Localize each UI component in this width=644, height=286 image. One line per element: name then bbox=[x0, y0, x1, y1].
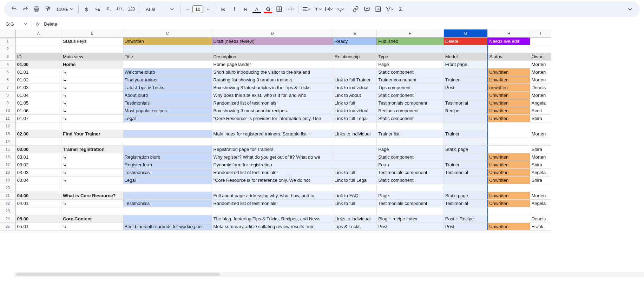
cell[interactable]: ↳ bbox=[61, 84, 123, 91]
col-header-B[interactable]: B bbox=[61, 29, 123, 37]
cell[interactable]: Testimonials component bbox=[377, 168, 444, 176]
row-header[interactable]: 19 bbox=[0, 176, 15, 184]
percent-button[interactable]: % bbox=[93, 4, 103, 14]
cell[interactable]: Link to individual bbox=[333, 107, 376, 114]
cell[interactable] bbox=[488, 184, 530, 192]
cell[interactable]: Rotating list showing 3 random trainers. bbox=[212, 76, 333, 84]
cell[interactable] bbox=[377, 122, 444, 130]
cell[interactable] bbox=[15, 122, 61, 130]
row-header[interactable]: 7 bbox=[0, 84, 15, 91]
cell[interactable]: Link to full bbox=[333, 199, 376, 207]
cell[interactable]: Unwritten bbox=[488, 76, 530, 84]
col-header-C[interactable]: C bbox=[123, 29, 212, 37]
scrollbar-thumb[interactable] bbox=[16, 273, 220, 276]
cell[interactable]: Morten bbox=[530, 68, 551, 76]
cell[interactable]: Tips component bbox=[377, 84, 444, 91]
cell[interactable]: 03.01 bbox=[15, 153, 61, 161]
row-header[interactable]: 20 bbox=[0, 184, 15, 192]
cell[interactable] bbox=[61, 122, 123, 130]
insert-comment-button[interactable] bbox=[362, 4, 372, 14]
cell[interactable] bbox=[488, 122, 530, 130]
row-header[interactable]: 18 bbox=[0, 168, 15, 176]
cell[interactable]: ↳ bbox=[61, 222, 123, 230]
cell[interactable]: 01.04 bbox=[15, 91, 61, 99]
col-header-G[interactable]: G bbox=[443, 29, 487, 37]
horizontal-align-button[interactable] bbox=[301, 4, 311, 14]
borders-button[interactable] bbox=[274, 4, 284, 14]
cell[interactable]: Description bbox=[212, 53, 333, 60]
row-header[interactable]: 16 bbox=[0, 153, 15, 161]
cell[interactable] bbox=[123, 184, 212, 192]
col-header-A[interactable]: A bbox=[15, 29, 61, 37]
cell[interactable]: Page bbox=[377, 192, 444, 199]
cell[interactable]: Dennis bbox=[530, 215, 551, 222]
cell[interactable] bbox=[333, 45, 376, 53]
cell[interactable] bbox=[530, 45, 551, 53]
horizontal-scrollbar[interactable] bbox=[14, 272, 644, 277]
cell[interactable]: Scott bbox=[530, 107, 551, 114]
cell[interactable]: Home bbox=[61, 60, 123, 68]
cell[interactable] bbox=[443, 114, 487, 122]
cell[interactable]: Static page bbox=[443, 145, 487, 153]
cell[interactable]: Static component bbox=[377, 176, 444, 184]
increase-decimal-button[interactable]: .00→ bbox=[115, 4, 125, 14]
cell[interactable]: 02.00 bbox=[15, 130, 61, 138]
cell[interactable] bbox=[488, 130, 530, 138]
cell[interactable]: Angela bbox=[530, 199, 551, 207]
cell[interactable]: Post + Recipe bbox=[443, 215, 487, 222]
cell[interactable]: 03.02 bbox=[15, 161, 61, 168]
italic-button[interactable]: I bbox=[229, 4, 239, 14]
cell[interactable]: Core Content bbox=[61, 215, 123, 222]
cell[interactable]: Legal bbox=[123, 176, 212, 184]
cell[interactable]: Status keys bbox=[61, 37, 123, 45]
cell[interactable]: About blurb bbox=[123, 91, 212, 99]
toolbar-overflow-button[interactable] bbox=[625, 4, 635, 14]
cell[interactable] bbox=[333, 145, 376, 153]
cell[interactable]: Title bbox=[123, 53, 212, 60]
cell[interactable]: Shira bbox=[530, 145, 551, 153]
col-header-H[interactable]: H bbox=[488, 29, 530, 37]
cell[interactable]: Links to individual bbox=[333, 130, 376, 138]
more-formats-button[interactable]: 123 bbox=[126, 4, 136, 14]
font-size-input[interactable] bbox=[192, 5, 203, 13]
cell[interactable]: 03.03 bbox=[15, 168, 61, 176]
cell[interactable] bbox=[443, 207, 487, 215]
print-button[interactable] bbox=[32, 4, 41, 14]
cell[interactable]: Unwritten bbox=[488, 222, 530, 230]
cell[interactable]: Registration page for Trainers bbox=[212, 145, 333, 153]
cell[interactable] bbox=[488, 215, 530, 222]
cell[interactable]: 04.00 bbox=[15, 192, 61, 199]
cell[interactable]: Link to full Trainer bbox=[333, 76, 376, 84]
cell[interactable] bbox=[333, 68, 376, 76]
cell[interactable] bbox=[61, 184, 123, 192]
row-header[interactable]: 17 bbox=[0, 161, 15, 168]
cell[interactable]: Find Your Trainer bbox=[61, 130, 123, 138]
cell[interactable]: 05.01 bbox=[15, 222, 61, 230]
cell[interactable]: Ready bbox=[333, 37, 376, 45]
cell[interactable] bbox=[488, 45, 530, 53]
cell[interactable]: Status bbox=[488, 53, 530, 60]
cell[interactable]: Testimonials bbox=[123, 99, 212, 107]
row-header[interactable]: 4 bbox=[0, 60, 15, 68]
merge-cells-button[interactable] bbox=[285, 4, 295, 14]
undo-button[interactable] bbox=[9, 4, 19, 14]
cell[interactable] bbox=[61, 207, 123, 215]
cell[interactable]: Randomized list of testimonials bbox=[212, 168, 333, 176]
cell[interactable]: Link to individual bbox=[333, 84, 376, 91]
cell[interactable] bbox=[443, 91, 487, 99]
cell[interactable]: Morten bbox=[530, 153, 551, 161]
cell[interactable]: Page bbox=[377, 60, 444, 68]
name-box[interactable]: G:G bbox=[4, 21, 29, 27]
row-header[interactable]: 21 bbox=[0, 192, 15, 199]
cell[interactable]: Unwritten bbox=[488, 99, 530, 107]
filter-button[interactable] bbox=[385, 4, 394, 14]
cell[interactable] bbox=[443, 138, 487, 145]
functions-button[interactable]: Σ bbox=[396, 4, 406, 14]
cell[interactable] bbox=[212, 45, 333, 53]
cell[interactable]: Unwritten bbox=[488, 107, 530, 114]
cell[interactable]: Dennis bbox=[530, 84, 551, 91]
cell[interactable]: Static component bbox=[377, 68, 444, 76]
cell[interactable]: Unwritten bbox=[488, 199, 530, 207]
cell[interactable]: ↳ bbox=[61, 176, 123, 184]
row-header[interactable]: 5 bbox=[0, 68, 15, 76]
